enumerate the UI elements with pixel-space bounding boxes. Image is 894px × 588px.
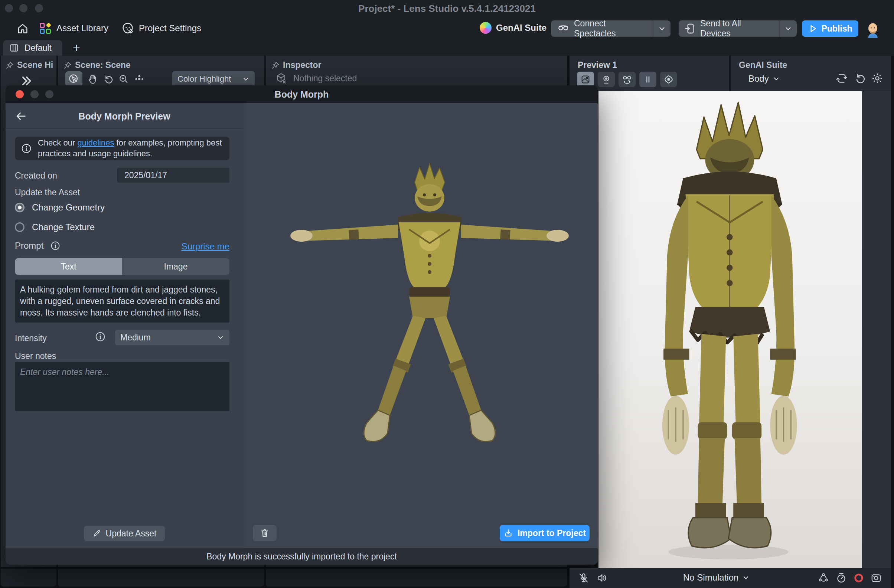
cube-deselect-icon bbox=[275, 72, 287, 84]
dialog-title: Body Morph bbox=[6, 85, 598, 103]
update-asset-button[interactable]: Update Asset bbox=[84, 526, 165, 541]
genai-panel-title: GenAI Suite bbox=[739, 60, 787, 70]
radio-change-geometry[interactable]: Change Geometry bbox=[15, 202, 105, 213]
intensity-label: Intensity bbox=[15, 333, 47, 343]
connect-spectacles-label: Connect Spectacles bbox=[574, 18, 648, 39]
asset-library-label: Asset Library bbox=[56, 23, 109, 33]
user-notes-wrap bbox=[15, 362, 230, 411]
download-icon bbox=[503, 528, 513, 538]
record-icon[interactable] bbox=[853, 572, 865, 584]
layout-icon bbox=[9, 43, 19, 53]
dialog-3d-viewport[interactable]: Import to Project bbox=[244, 103, 598, 548]
tab-default[interactable]: Default bbox=[3, 40, 62, 56]
dialog-minimize-button[interactable] bbox=[30, 90, 39, 98]
prompt-label: Prompt bbox=[15, 241, 44, 251]
project-settings-button[interactable]: Project Settings bbox=[121, 21, 201, 35]
zoom-tool-button[interactable] bbox=[115, 71, 132, 87]
dialog-close-button[interactable] bbox=[16, 90, 24, 98]
project-settings-icon bbox=[121, 21, 134, 35]
speaker-icon[interactable] bbox=[596, 572, 608, 584]
genai-suite-button[interactable]: GenAI Suite bbox=[480, 22, 547, 34]
created-on-field: 2025/01/17 bbox=[117, 168, 230, 182]
gear-icon[interactable] bbox=[871, 72, 883, 84]
window-close-button[interactable] bbox=[5, 4, 13, 12]
pin-icon[interactable] bbox=[63, 61, 72, 70]
preview-controls-bar: No Simulation bbox=[569, 568, 891, 588]
screenshot-camera-icon[interactable] bbox=[870, 572, 882, 584]
profiler-timer-icon[interactable] bbox=[835, 572, 847, 584]
dialog-status-message: Body Morph is successfully imported to t… bbox=[6, 548, 598, 565]
dialog-titlebar: Body Morph bbox=[6, 85, 598, 103]
send-to-all-devices-button[interactable]: Send to All Devices bbox=[679, 20, 797, 37]
info-icon[interactable] bbox=[95, 331, 106, 342]
user-notes-textarea[interactable] bbox=[15, 362, 230, 411]
genai-suite-icon bbox=[480, 22, 492, 34]
created-on-value: 2025/01/17 bbox=[124, 170, 167, 180]
prompt-label-row: Prompt bbox=[15, 241, 60, 251]
add-tab-button[interactable]: + bbox=[69, 40, 84, 56]
guidelines-link[interactable]: guidelines bbox=[77, 138, 114, 147]
radio-change-geometry-label: Change Geometry bbox=[32, 202, 105, 213]
info-icon bbox=[21, 143, 32, 154]
genai-suite-label: GenAI Suite bbox=[496, 23, 547, 33]
color-mode-dropdown[interactable]: Color Highlight bbox=[172, 71, 255, 87]
tab-image[interactable]: Image bbox=[122, 258, 230, 275]
connect-spectacles-button[interactable]: Connect Spectacles bbox=[551, 20, 670, 37]
pin-icon[interactable] bbox=[271, 61, 280, 70]
window-minimize-button[interactable] bbox=[19, 4, 27, 12]
body-preview-render bbox=[598, 91, 862, 568]
intensity-value: Medium bbox=[120, 333, 151, 343]
dialog-zoom-button[interactable] bbox=[45, 90, 53, 98]
back-arrow-icon[interactable] bbox=[15, 110, 27, 122]
chevron-down-icon[interactable] bbox=[780, 24, 797, 33]
intensity-dropdown[interactable]: Medium bbox=[115, 330, 230, 345]
surprise-me-link[interactable]: Surprise me bbox=[181, 241, 230, 252]
preview-pause-button[interactable] bbox=[639, 72, 656, 87]
scene-panel-title: Scene: Scene bbox=[75, 60, 131, 70]
genai-target-value: Body bbox=[749, 74, 769, 84]
preview-focus-button[interactable] bbox=[660, 72, 677, 87]
asset-library-button[interactable]: Asset Library bbox=[39, 21, 109, 35]
scene-hierarchy-header: Scene Hi bbox=[1, 56, 56, 70]
preview-mode-spectacles-button[interactable] bbox=[619, 72, 636, 87]
publish-button[interactable]: Publish bbox=[802, 20, 858, 37]
radio-unselected-icon bbox=[15, 222, 24, 232]
prompt-textarea[interactable]: A hulking golem formed from dirt and jag… bbox=[15, 279, 230, 323]
move-tool-button[interactable] bbox=[131, 71, 148, 87]
guidelines-infobox: Check our guidelines for examples, promp… bbox=[15, 137, 230, 160]
dialog-form-title: Body Morph Preview bbox=[6, 103, 243, 129]
import-to-project-button[interactable]: Import to Project bbox=[500, 525, 590, 541]
orbit-tool-button[interactable] bbox=[100, 71, 116, 87]
radio-change-texture[interactable]: Change Texture bbox=[15, 222, 95, 232]
select-tool-button[interactable] bbox=[65, 71, 82, 87]
home-icon[interactable] bbox=[16, 22, 29, 35]
guidelines-text: Check our guidelines for examples, promp… bbox=[38, 138, 224, 159]
body-morph-render bbox=[287, 161, 572, 463]
delete-asset-button[interactable] bbox=[253, 525, 276, 541]
preview-viewport[interactable] bbox=[598, 91, 862, 568]
panel-footer bbox=[58, 569, 264, 586]
microphone-muted-icon[interactable] bbox=[578, 572, 590, 584]
panel-footer bbox=[1, 569, 56, 586]
connected-lenses-icon[interactable] bbox=[817, 572, 829, 584]
preview-mode-webcam-button[interactable] bbox=[598, 72, 615, 87]
genai-target-dropdown[interactable]: Body bbox=[749, 74, 780, 84]
simulation-dropdown[interactable]: No Simulation bbox=[683, 572, 750, 583]
window-titlebar: Project* - Lens Studio v.5.4.1.24123021 bbox=[0, 0, 894, 17]
user-avatar[interactable] bbox=[864, 20, 881, 38]
user-notes-label: User notes bbox=[15, 351, 56, 361]
chevron-down-icon[interactable] bbox=[654, 24, 670, 33]
send-device-icon bbox=[684, 23, 696, 35]
window-zoom-button[interactable] bbox=[35, 4, 43, 12]
dialog-form-header: Body Morph Preview bbox=[6, 103, 243, 129]
publish-play-icon bbox=[808, 24, 817, 33]
tab-text[interactable]: Text bbox=[15, 258, 122, 275]
reset-icon[interactable] bbox=[853, 72, 866, 84]
panel-footer bbox=[266, 569, 567, 586]
preview-mode-image-button[interactable] bbox=[577, 72, 594, 87]
inspector-title: Inspector bbox=[283, 60, 322, 70]
pan-tool-button[interactable] bbox=[84, 71, 101, 87]
sync-icon[interactable] bbox=[835, 72, 848, 84]
pin-icon[interactable] bbox=[5, 61, 14, 70]
info-icon[interactable] bbox=[50, 241, 60, 251]
